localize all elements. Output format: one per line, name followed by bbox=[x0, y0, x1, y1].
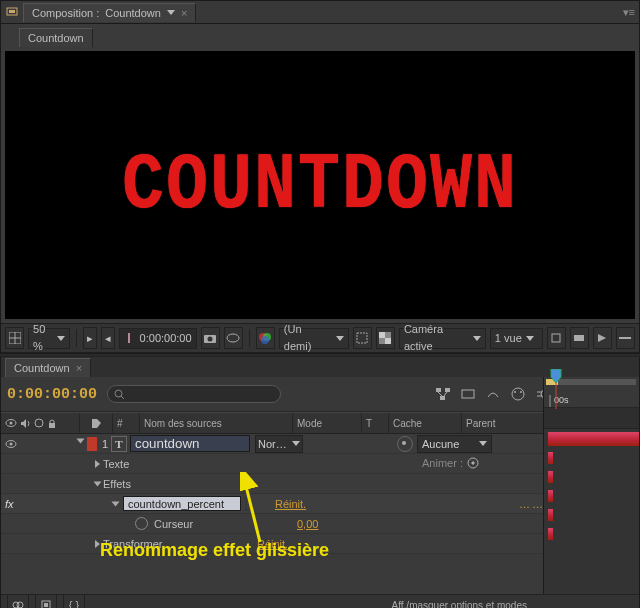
text-cursor-icon bbox=[241, 497, 251, 511]
channel-icon[interactable] bbox=[256, 327, 275, 349]
twirl-icon[interactable] bbox=[76, 438, 84, 443]
eye-icon[interactable] bbox=[5, 438, 17, 450]
svg-line-20 bbox=[121, 396, 124, 399]
breadcrumb: Countdown bbox=[1, 24, 639, 47]
chevron-down-icon[interactable] bbox=[167, 10, 175, 15]
expand-icon[interactable] bbox=[35, 594, 57, 608]
prev-frame-icon[interactable]: ▸ bbox=[83, 327, 97, 349]
composition-title-prefix: Composition : bbox=[32, 7, 99, 19]
parent-select[interactable]: Aucune bbox=[417, 435, 492, 453]
time-ruler[interactable]: 00s bbox=[544, 377, 639, 408]
eye-icon[interactable] bbox=[5, 417, 17, 429]
twirl-icon[interactable] bbox=[95, 460, 100, 468]
effect-reset-link[interactable]: Réinit. bbox=[275, 498, 306, 510]
resolution-select[interactable]: (Un demi) bbox=[279, 328, 349, 349]
transform-reset-link[interactable]: Réinit. bbox=[257, 538, 288, 550]
twirl-icon[interactable] bbox=[112, 501, 120, 506]
show-snapshot-icon[interactable] bbox=[224, 327, 243, 349]
panel-icon bbox=[5, 4, 19, 20]
composition-tab[interactable]: Composition : Countdown × bbox=[23, 3, 196, 22]
blend-mode-select[interactable]: Nor… bbox=[255, 435, 303, 453]
lock-icon[interactable] bbox=[47, 418, 57, 428]
text-group-label: Texte bbox=[103, 458, 129, 470]
frame-blend-icon[interactable] bbox=[507, 383, 529, 405]
svg-rect-16 bbox=[552, 334, 560, 342]
svg-rect-36 bbox=[49, 423, 55, 428]
svg-rect-1 bbox=[9, 10, 15, 13]
svg-point-11 bbox=[261, 336, 269, 344]
toggle-switches-icon[interactable] bbox=[7, 594, 29, 608]
timeline-tracks[interactable]: 00s bbox=[543, 377, 639, 595]
breadcrumb-item[interactable]: Countdown bbox=[19, 28, 93, 47]
timeline-timecode[interactable]: 0:00:00:00 bbox=[7, 386, 97, 403]
trackmatte-t-header: T bbox=[362, 413, 389, 433]
close-icon[interactable]: × bbox=[76, 362, 82, 374]
step-icon[interactable]: ◂ bbox=[101, 327, 115, 349]
fast-preview-icon[interactable] bbox=[593, 327, 612, 349]
layer-color-swatch[interactable] bbox=[87, 437, 97, 451]
timeline-footer: { } Aff./masquer options et modes bbox=[1, 594, 639, 608]
pickwhip-icon[interactable] bbox=[397, 436, 413, 452]
layer-index: 1 bbox=[99, 438, 111, 450]
track-marker bbox=[544, 449, 639, 467]
view3d-select[interactable]: Caméra active bbox=[399, 328, 486, 349]
layer-duration-bar[interactable] bbox=[544, 430, 639, 448]
timeline-tab[interactable]: Countdown × bbox=[5, 358, 91, 377]
comp-mini-flowchart-icon[interactable] bbox=[432, 383, 454, 405]
svg-rect-24 bbox=[462, 390, 474, 398]
text-layer-icon: T bbox=[111, 436, 127, 452]
svg-rect-21 bbox=[436, 388, 441, 392]
snapshot-icon[interactable] bbox=[201, 327, 220, 349]
index-column-header: # bbox=[113, 413, 140, 433]
name-column-header[interactable]: Nom des sources bbox=[140, 413, 293, 433]
track-marker bbox=[544, 506, 639, 524]
solo-icon[interactable] bbox=[34, 418, 44, 428]
canvas-text: COUNTDOWN bbox=[122, 140, 518, 231]
footer-hint[interactable]: Aff./masquer options et modes bbox=[392, 600, 527, 609]
cache-column-header[interactable]: Cache bbox=[389, 413, 462, 433]
layer-name-input[interactable] bbox=[130, 435, 250, 452]
crop-icon[interactable] bbox=[547, 327, 566, 349]
timeline-icon[interactable] bbox=[616, 327, 635, 349]
about-link[interactable]: …… bbox=[519, 498, 545, 510]
svg-point-8 bbox=[227, 334, 239, 342]
twirl-icon[interactable] bbox=[94, 481, 102, 486]
audio-icon[interactable] bbox=[20, 418, 31, 429]
timecode-display[interactable]: 0:00:00:00 bbox=[119, 328, 197, 349]
effect-name-input[interactable] bbox=[123, 496, 241, 511]
svg-point-27 bbox=[520, 391, 522, 393]
pixel-aspect-icon[interactable] bbox=[570, 327, 589, 349]
roi-icon[interactable] bbox=[353, 327, 372, 349]
brackets-icon[interactable]: { } bbox=[63, 594, 85, 608]
transparency-grid-icon[interactable] bbox=[376, 327, 395, 349]
fx-badge: fx bbox=[1, 498, 23, 510]
panel-menu-icon[interactable]: ▾≡ bbox=[623, 6, 635, 19]
composition-panel-header: Composition : Countdown × ▾≡ bbox=[1, 1, 639, 24]
mode-column-header[interactable]: Mode bbox=[293, 413, 362, 433]
twirl-icon[interactable] bbox=[95, 540, 100, 548]
transform-group-label: Transformer bbox=[103, 538, 163, 550]
close-icon[interactable]: × bbox=[181, 7, 187, 19]
label-column[interactable] bbox=[80, 413, 113, 433]
effects-group-label: Effets bbox=[103, 478, 131, 490]
svg-point-38 bbox=[10, 442, 13, 445]
composition-title-name: Countdown bbox=[105, 7, 161, 19]
svg-point-35 bbox=[35, 419, 43, 427]
draft3d-icon[interactable] bbox=[457, 383, 479, 405]
view-count-select[interactable]: 1 vue bbox=[490, 328, 543, 349]
stopwatch-icon[interactable] bbox=[135, 517, 148, 530]
animate-add-icon[interactable] bbox=[467, 457, 479, 471]
viewer-toolbar: 50 % ▸ ◂ 0:00:00:00 (Un demi) Caméra act… bbox=[1, 323, 639, 353]
track-marker bbox=[544, 525, 639, 543]
hide-shy-icon[interactable] bbox=[482, 383, 504, 405]
timeline-tabbar: Countdown × bbox=[1, 357, 639, 377]
slider-value[interactable]: 0,00 bbox=[297, 518, 318, 530]
search-input[interactable] bbox=[107, 385, 281, 403]
track-marker bbox=[544, 487, 639, 505]
zoom-select[interactable]: 50 % bbox=[28, 328, 70, 349]
track-marker bbox=[544, 468, 639, 486]
composition-viewport[interactable]: COUNTDOWN bbox=[5, 51, 635, 319]
grid-icon[interactable] bbox=[5, 327, 24, 349]
svg-rect-22 bbox=[445, 388, 450, 392]
svg-point-34 bbox=[10, 422, 13, 425]
